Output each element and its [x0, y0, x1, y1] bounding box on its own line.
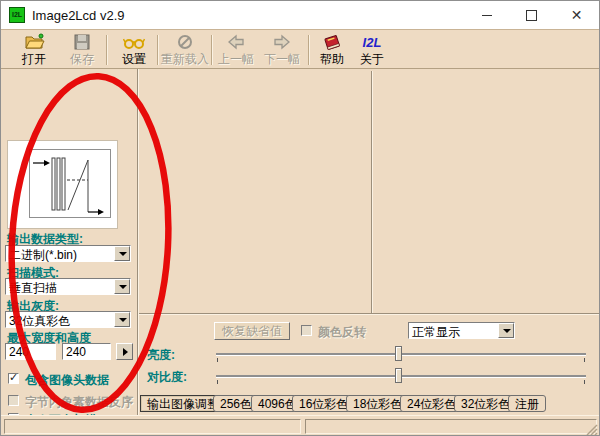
slider-tick [584, 380, 585, 384]
contrast-slider[interactable] [216, 375, 586, 378]
slider-tick [584, 358, 585, 362]
status-panel-left [4, 419, 301, 434]
display-mode-select[interactable]: 正常显示 [408, 322, 515, 339]
reload-button[interactable]: 重新载入 [159, 32, 211, 68]
chevron-down-icon[interactable] [498, 323, 514, 338]
max-height-input[interactable] [62, 343, 111, 360]
checkbox-box[interactable] [8, 373, 19, 384]
brightness-slider[interactable] [216, 353, 586, 356]
tab-register[interactable]: 注册 [508, 395, 546, 412]
chevron-down-icon[interactable] [114, 279, 130, 294]
output-preview-pane [373, 69, 599, 313]
next-button[interactable]: 下一幅 [259, 32, 305, 68]
minimize-icon [482, 15, 492, 16]
settings-button[interactable]: 设置 [111, 32, 157, 68]
contrast-label: 对比度: [147, 369, 187, 386]
slider-tick [217, 358, 218, 362]
image2lcd-window: I2L Image2Lcd v2.9 ✕ 打开 保存 设置 [0, 0, 600, 436]
arrow-left-icon [213, 33, 259, 52]
output-type-select[interactable]: 二进制(*.bin) [5, 245, 131, 262]
brightness-label: 亮度: [147, 347, 175, 364]
scan-mode-preview [7, 140, 118, 229]
save-button[interactable]: 保存 [59, 32, 105, 68]
chevron-down-icon[interactable] [114, 246, 130, 261]
resize-grip[interactable] [585, 422, 598, 435]
glasses-icon [111, 33, 157, 52]
panel-divider [137, 69, 139, 415]
checkbox-box[interactable] [301, 325, 312, 336]
toolbar-separator [106, 35, 108, 65]
window-title: Image2Lcd v2.9 [32, 8, 125, 23]
maximize-icon [526, 10, 537, 21]
grayscale-select[interactable]: 32位真彩色 [5, 311, 131, 328]
maximize-button[interactable] [509, 1, 554, 29]
minimize-button[interactable] [464, 1, 509, 29]
app-i2l-icon[interactable]: I2L [9, 7, 25, 23]
about-button[interactable]: I2L 关于 [349, 32, 395, 68]
spin-right-icon [123, 348, 128, 356]
max-width-input[interactable] [5, 343, 56, 360]
statusbar [1, 415, 599, 436]
previous-button[interactable]: 上一幅 [213, 32, 259, 68]
open-folder-icon [11, 33, 57, 52]
restore-defaults-button[interactable]: 恢复缺省值 [214, 322, 290, 340]
open-button[interactable]: 打开 [11, 32, 57, 68]
size-apply-button[interactable] [116, 343, 133, 360]
tabbar: 输出图像调整 256色 4096色 16位彩色 18位彩色 24位彩色 32位彩… [139, 394, 599, 413]
close-button[interactable]: ✕ [554, 1, 599, 29]
input-image-pane [139, 69, 371, 313]
pane-divider [371, 71, 373, 313]
arrow-right-icon [259, 33, 305, 52]
close-icon: ✕ [571, 7, 583, 23]
slider-tick [217, 380, 218, 384]
brightness-slider-thumb[interactable] [395, 346, 402, 361]
checkbox-box[interactable] [8, 395, 19, 406]
vertical-scan-diagram [29, 149, 111, 218]
adjust-panel-divider [139, 313, 599, 315]
floppy-save-icon [59, 33, 105, 52]
titlebar: I2L Image2Lcd v2.9 ✕ [1, 1, 599, 29]
i2l-text-icon: I2L [349, 33, 395, 52]
null-slash-icon [159, 33, 211, 52]
chevron-down-icon[interactable] [114, 312, 130, 327]
toolbar: 打开 保存 设置 重新载入 上一幅 [1, 29, 599, 69]
scan-mode-select[interactable]: 垂直扫描 [5, 278, 131, 295]
contrast-slider-thumb[interactable] [395, 368, 402, 383]
settings-panel: 输出数据类型: 二进制(*.bin) 扫描模式: 垂直扫描 输出灰度: 32位真… [1, 69, 137, 415]
status-panel-right [305, 419, 597, 434]
